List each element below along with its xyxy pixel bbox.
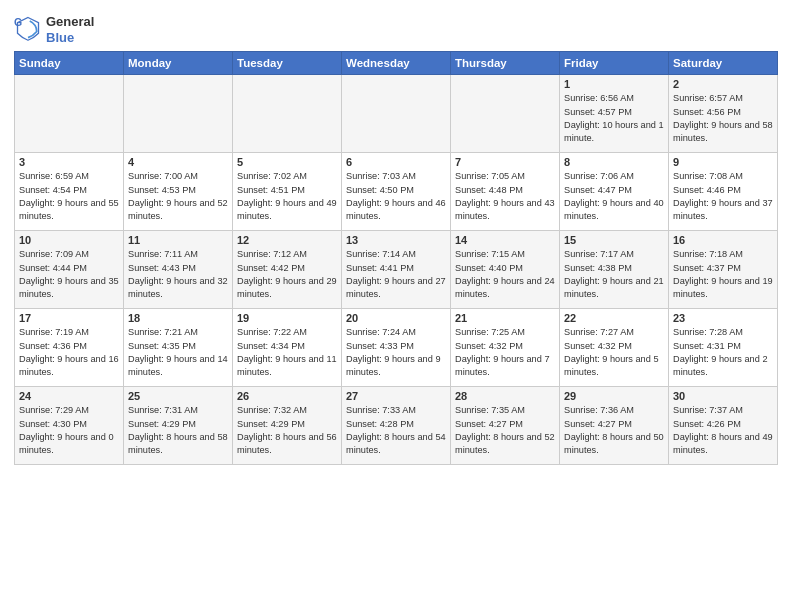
day-info: Sunrise: 7:14 AM Sunset: 4:41 PM Dayligh… (346, 248, 446, 301)
day-number: 6 (346, 156, 446, 168)
day-number: 7 (455, 156, 555, 168)
calendar-cell: 27Sunrise: 7:33 AM Sunset: 4:28 PM Dayli… (342, 387, 451, 465)
calendar-cell: 30Sunrise: 7:37 AM Sunset: 4:26 PM Dayli… (669, 387, 778, 465)
calendar-cell: 28Sunrise: 7:35 AM Sunset: 4:27 PM Dayli… (451, 387, 560, 465)
day-number: 4 (128, 156, 228, 168)
day-info: Sunrise: 7:27 AM Sunset: 4:32 PM Dayligh… (564, 326, 664, 379)
day-number: 1 (564, 78, 664, 90)
calendar-cell: 5Sunrise: 7:02 AM Sunset: 4:51 PM Daylig… (233, 153, 342, 231)
day-number: 17 (19, 312, 119, 324)
day-info: Sunrise: 7:03 AM Sunset: 4:50 PM Dayligh… (346, 170, 446, 223)
calendar-cell: 3Sunrise: 6:59 AM Sunset: 4:54 PM Daylig… (15, 153, 124, 231)
day-info: Sunrise: 7:36 AM Sunset: 4:27 PM Dayligh… (564, 404, 664, 457)
day-info: Sunrise: 7:29 AM Sunset: 4:30 PM Dayligh… (19, 404, 119, 457)
day-info: Sunrise: 7:12 AM Sunset: 4:42 PM Dayligh… (237, 248, 337, 301)
day-info: Sunrise: 7:15 AM Sunset: 4:40 PM Dayligh… (455, 248, 555, 301)
day-number: 8 (564, 156, 664, 168)
calendar-cell: 21Sunrise: 7:25 AM Sunset: 4:32 PM Dayli… (451, 309, 560, 387)
calendar-cell: 4Sunrise: 7:00 AM Sunset: 4:53 PM Daylig… (124, 153, 233, 231)
calendar-cell: 6Sunrise: 7:03 AM Sunset: 4:50 PM Daylig… (342, 153, 451, 231)
day-info: Sunrise: 7:06 AM Sunset: 4:47 PM Dayligh… (564, 170, 664, 223)
day-info: Sunrise: 7:35 AM Sunset: 4:27 PM Dayligh… (455, 404, 555, 457)
day-number: 30 (673, 390, 773, 402)
day-info: Sunrise: 7:08 AM Sunset: 4:46 PM Dayligh… (673, 170, 773, 223)
day-info: Sunrise: 7:18 AM Sunset: 4:37 PM Dayligh… (673, 248, 773, 301)
day-info: Sunrise: 7:09 AM Sunset: 4:44 PM Dayligh… (19, 248, 119, 301)
day-info: Sunrise: 7:11 AM Sunset: 4:43 PM Dayligh… (128, 248, 228, 301)
day-info: Sunrise: 7:32 AM Sunset: 4:29 PM Dayligh… (237, 404, 337, 457)
day-number: 25 (128, 390, 228, 402)
day-number: 15 (564, 234, 664, 246)
day-number: 13 (346, 234, 446, 246)
calendar-cell: 16Sunrise: 7:18 AM Sunset: 4:37 PM Dayli… (669, 231, 778, 309)
logo-text: General Blue (46, 14, 94, 45)
day-number: 23 (673, 312, 773, 324)
day-info: Sunrise: 7:21 AM Sunset: 4:35 PM Dayligh… (128, 326, 228, 379)
calendar-cell (124, 75, 233, 153)
day-info: Sunrise: 7:00 AM Sunset: 4:53 PM Dayligh… (128, 170, 228, 223)
day-info: Sunrise: 7:19 AM Sunset: 4:36 PM Dayligh… (19, 326, 119, 379)
column-header-wednesday: Wednesday (342, 52, 451, 75)
day-info: Sunrise: 7:17 AM Sunset: 4:38 PM Dayligh… (564, 248, 664, 301)
calendar-cell (233, 75, 342, 153)
week-row-4: 17Sunrise: 7:19 AM Sunset: 4:36 PM Dayli… (15, 309, 778, 387)
day-info: Sunrise: 7:02 AM Sunset: 4:51 PM Dayligh… (237, 170, 337, 223)
day-number: 18 (128, 312, 228, 324)
calendar-cell: 24Sunrise: 7:29 AM Sunset: 4:30 PM Dayli… (15, 387, 124, 465)
calendar-cell: 23Sunrise: 7:28 AM Sunset: 4:31 PM Dayli… (669, 309, 778, 387)
calendar-cell: 15Sunrise: 7:17 AM Sunset: 4:38 PM Dayli… (560, 231, 669, 309)
day-info: Sunrise: 7:24 AM Sunset: 4:33 PM Dayligh… (346, 326, 446, 379)
column-header-tuesday: Tuesday (233, 52, 342, 75)
day-number: 5 (237, 156, 337, 168)
calendar-cell: 25Sunrise: 7:31 AM Sunset: 4:29 PM Dayli… (124, 387, 233, 465)
calendar-cell: 8Sunrise: 7:06 AM Sunset: 4:47 PM Daylig… (560, 153, 669, 231)
calendar-cell: 12Sunrise: 7:12 AM Sunset: 4:42 PM Dayli… (233, 231, 342, 309)
day-number: 29 (564, 390, 664, 402)
week-row-3: 10Sunrise: 7:09 AM Sunset: 4:44 PM Dayli… (15, 231, 778, 309)
day-number: 22 (564, 312, 664, 324)
calendar-cell: 19Sunrise: 7:22 AM Sunset: 4:34 PM Dayli… (233, 309, 342, 387)
header: G General Blue (14, 10, 778, 45)
calendar-cell: 17Sunrise: 7:19 AM Sunset: 4:36 PM Dayli… (15, 309, 124, 387)
column-header-monday: Monday (124, 52, 233, 75)
day-number: 14 (455, 234, 555, 246)
day-info: Sunrise: 7:33 AM Sunset: 4:28 PM Dayligh… (346, 404, 446, 457)
day-info: Sunrise: 7:37 AM Sunset: 4:26 PM Dayligh… (673, 404, 773, 457)
day-info: Sunrise: 7:25 AM Sunset: 4:32 PM Dayligh… (455, 326, 555, 379)
day-info: Sunrise: 6:57 AM Sunset: 4:56 PM Dayligh… (673, 92, 773, 145)
calendar-cell (451, 75, 560, 153)
day-info: Sunrise: 7:28 AM Sunset: 4:31 PM Dayligh… (673, 326, 773, 379)
day-number: 28 (455, 390, 555, 402)
calendar-table: SundayMondayTuesdayWednesdayThursdayFrid… (14, 51, 778, 465)
day-number: 16 (673, 234, 773, 246)
page-container: G General Blue SundayMondayTuesdayWednes… (0, 0, 792, 471)
calendar-header-row: SundayMondayTuesdayWednesdayThursdayFrid… (15, 52, 778, 75)
day-info: Sunrise: 6:59 AM Sunset: 4:54 PM Dayligh… (19, 170, 119, 223)
column-header-friday: Friday (560, 52, 669, 75)
week-row-1: 1Sunrise: 6:56 AM Sunset: 4:57 PM Daylig… (15, 75, 778, 153)
column-header-sunday: Sunday (15, 52, 124, 75)
day-number: 10 (19, 234, 119, 246)
day-number: 2 (673, 78, 773, 90)
calendar-cell: 11Sunrise: 7:11 AM Sunset: 4:43 PM Dayli… (124, 231, 233, 309)
column-header-saturday: Saturday (669, 52, 778, 75)
calendar-cell: 26Sunrise: 7:32 AM Sunset: 4:29 PM Dayli… (233, 387, 342, 465)
day-number: 9 (673, 156, 773, 168)
calendar-cell: 1Sunrise: 6:56 AM Sunset: 4:57 PM Daylig… (560, 75, 669, 153)
day-info: Sunrise: 7:22 AM Sunset: 4:34 PM Dayligh… (237, 326, 337, 379)
calendar-cell: 9Sunrise: 7:08 AM Sunset: 4:46 PM Daylig… (669, 153, 778, 231)
column-header-thursday: Thursday (451, 52, 560, 75)
calendar-cell: 10Sunrise: 7:09 AM Sunset: 4:44 PM Dayli… (15, 231, 124, 309)
calendar-cell: 29Sunrise: 7:36 AM Sunset: 4:27 PM Dayli… (560, 387, 669, 465)
logo-icon: G (14, 14, 42, 42)
day-info: Sunrise: 6:56 AM Sunset: 4:57 PM Dayligh… (564, 92, 664, 145)
day-number: 11 (128, 234, 228, 246)
calendar-cell: 2Sunrise: 6:57 AM Sunset: 4:56 PM Daylig… (669, 75, 778, 153)
calendar-cell: 18Sunrise: 7:21 AM Sunset: 4:35 PM Dayli… (124, 309, 233, 387)
day-number: 3 (19, 156, 119, 168)
day-info: Sunrise: 7:05 AM Sunset: 4:48 PM Dayligh… (455, 170, 555, 223)
calendar-cell: 20Sunrise: 7:24 AM Sunset: 4:33 PM Dayli… (342, 309, 451, 387)
day-number: 19 (237, 312, 337, 324)
calendar-cell: 7Sunrise: 7:05 AM Sunset: 4:48 PM Daylig… (451, 153, 560, 231)
day-number: 12 (237, 234, 337, 246)
